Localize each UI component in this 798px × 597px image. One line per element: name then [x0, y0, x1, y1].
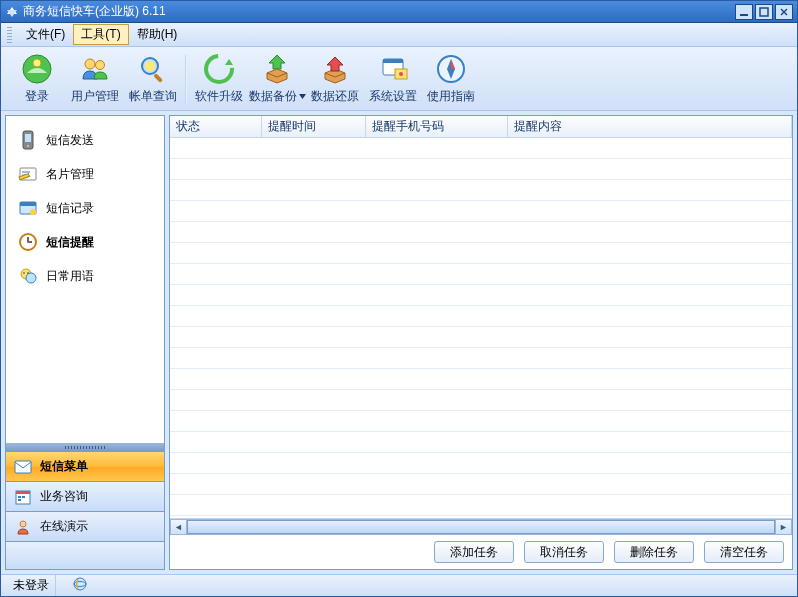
window-title: 商务短信快车(企业版) 6.11: [23, 3, 735, 20]
toolbar: 登录 用户管理 帐单查询 软件升级 数据备份 数据还原 系统设置 使: [1, 47, 797, 111]
table-row: [170, 495, 792, 516]
menu-tools[interactable]: 工具(T): [73, 24, 128, 45]
toolbar-usage-guide[interactable]: 使用指南: [423, 51, 479, 107]
add-task-button[interactable]: 添加任务: [434, 541, 514, 563]
svg-rect-19: [383, 59, 403, 63]
column-header-remind-content[interactable]: 提醒内容: [508, 116, 792, 137]
maximize-button[interactable]: [755, 4, 773, 20]
toolbar-data-backup[interactable]: 数据备份: [249, 51, 305, 107]
dropdown-icon: [299, 89, 306, 96]
table-row: [170, 159, 792, 180]
login-icon: [21, 53, 53, 85]
statusbar: 未登录: [1, 574, 797, 596]
sidebar-list: 短信发送 名片管理 短信记录 短信提醒 日常用语: [6, 116, 164, 443]
column-header-remind-time[interactable]: 提醒时间: [262, 116, 366, 137]
svg-point-13: [206, 56, 232, 82]
toolbar-login-label: 登录: [25, 88, 49, 105]
toolbar-separator: [185, 55, 187, 103]
table-row: [170, 306, 792, 327]
menu-file[interactable]: 文件(F): [18, 24, 73, 45]
table-row: [170, 222, 792, 243]
svg-point-51: [74, 578, 86, 590]
svg-rect-26: [25, 134, 31, 142]
sidebar-item-common-phrases[interactable]: 日常用语: [10, 260, 160, 292]
sidebar-item-label: 名片管理: [46, 166, 94, 183]
calendar-icon: [14, 488, 32, 506]
app-window: 商务短信快车(企业版) 6.11 文件(F) 工具(T) 帮助(H) 登录 用户…: [0, 0, 798, 597]
close-button[interactable]: [775, 4, 793, 20]
app-icon: [5, 5, 19, 19]
sidebar-tab-sms-menu[interactable]: 短信菜单: [6, 451, 164, 481]
svg-point-21: [399, 72, 403, 76]
status-login-state: 未登录: [7, 575, 56, 596]
svg-point-40: [26, 273, 36, 283]
horizontal-scrollbar[interactable]: ◄ ►: [170, 518, 792, 535]
status-globe-icon: [72, 576, 88, 595]
column-header-remind-phone[interactable]: 提醒手机号码: [366, 116, 508, 137]
table-row: [170, 474, 792, 495]
card-icon: [18, 164, 38, 184]
compass-icon: [435, 53, 467, 85]
toolbar-software-upgrade-label: 软件升级: [195, 88, 243, 105]
chat-icon: [18, 266, 38, 286]
sidebar-item-card-mgmt[interactable]: 名片管理: [10, 158, 160, 190]
sidebar-tab-business-consult[interactable]: 业务咨询: [6, 481, 164, 511]
table-row: [170, 453, 792, 474]
menu-help[interactable]: 帮助(H): [129, 24, 186, 45]
table-row: [170, 138, 792, 159]
delete-task-button[interactable]: 删除任务: [614, 541, 694, 563]
svg-point-50: [20, 521, 26, 527]
table-row: [170, 243, 792, 264]
scroll-thumb[interactable]: [187, 520, 775, 534]
sidebar-item-sms-send[interactable]: 短信发送: [10, 124, 160, 156]
person-icon: [14, 518, 32, 536]
table-row: [170, 432, 792, 453]
sidebar: 短信发送 名片管理 短信记录 短信提醒 日常用语: [5, 115, 165, 570]
toolbar-bill-query[interactable]: 帐单查询: [125, 51, 181, 107]
sidebar-splitter[interactable]: [6, 443, 164, 451]
grid-header: 状态 提醒时间 提醒手机号码 提醒内容: [170, 116, 792, 138]
clear-tasks-button[interactable]: 清空任务: [704, 541, 784, 563]
svg-rect-47: [18, 496, 21, 498]
sidebar-item-label: 日常用语: [46, 268, 94, 285]
toolbar-system-settings[interactable]: 系统设置: [365, 51, 421, 107]
status-login-label: 未登录: [13, 577, 49, 594]
restore-icon: [319, 53, 351, 85]
svg-rect-33: [20, 202, 36, 206]
scroll-track[interactable]: [187, 519, 775, 535]
minimize-button[interactable]: [735, 4, 753, 20]
toolbar-bill-query-label: 帐单查询: [129, 88, 177, 105]
users-icon: [79, 53, 111, 85]
envelope-icon: [14, 458, 32, 476]
svg-point-34: [30, 209, 36, 215]
svg-rect-3: [760, 8, 768, 16]
sidebar-tab-online-demo[interactable]: 在线演示: [6, 511, 164, 541]
table-row: [170, 285, 792, 306]
toolbar-data-restore[interactable]: 数据还原: [307, 51, 363, 107]
scroll-right-icon[interactable]: ►: [775, 519, 792, 535]
scroll-left-icon[interactable]: ◄: [170, 519, 187, 535]
menubar: 文件(F) 工具(T) 帮助(H): [1, 23, 797, 47]
table-row: [170, 180, 792, 201]
table-row: [170, 348, 792, 369]
grid-body[interactable]: [170, 138, 792, 518]
toolbar-system-settings-label: 系统设置: [369, 88, 417, 105]
cancel-task-button[interactable]: 取消任务: [524, 541, 604, 563]
svg-marker-14: [225, 59, 233, 65]
svg-point-38: [27, 241, 29, 243]
column-header-status[interactable]: 状态: [170, 116, 262, 137]
svg-rect-49: [18, 499, 21, 501]
toolbar-user-mgmt[interactable]: 用户管理: [67, 51, 123, 107]
table-row: [170, 369, 792, 390]
toolbar-software-upgrade[interactable]: 软件升级: [191, 51, 247, 107]
sidebar-item-sms-record[interactable]: 短信记录: [10, 192, 160, 224]
svg-point-41: [23, 272, 25, 274]
svg-point-8: [85, 59, 95, 69]
sidebar-item-sms-remind[interactable]: 短信提醒: [10, 226, 160, 258]
sidebar-tab-label: 在线演示: [40, 518, 88, 535]
svg-rect-11: [153, 73, 163, 83]
titlebar: 商务短信快车(企业版) 6.11: [1, 1, 797, 23]
toolbar-login[interactable]: 登录: [9, 51, 65, 107]
svg-rect-45: [16, 491, 30, 494]
status-icon-segment: [66, 575, 94, 596]
